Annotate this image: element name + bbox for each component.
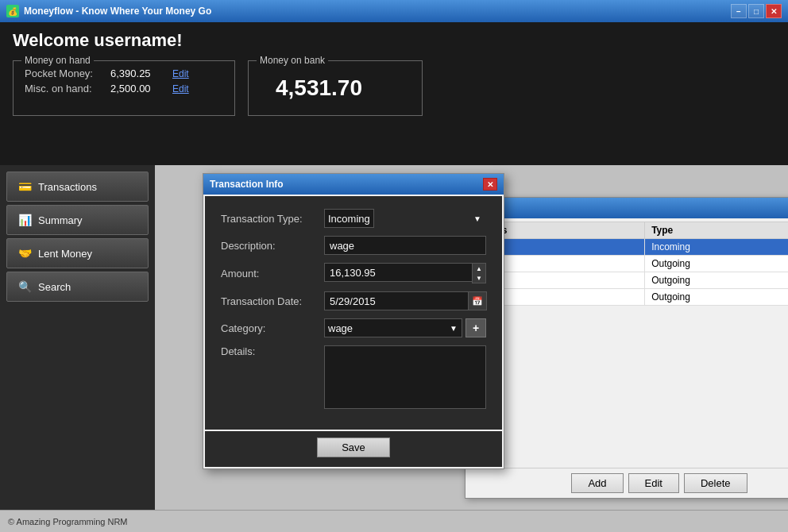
bank-amount: 4,531.70 [260,67,411,109]
transactions-icon: 💳 [18,180,32,193]
misc-on-hand-label: Misc. on hand: [25,83,104,94]
amount-spin-up[interactable]: ▲ [473,264,485,273]
add-category-button[interactable]: + [465,318,486,337]
content-area: 💳 Transactions 📊 Summary 🤝 Lent Money 🔍 … [0,165,788,510]
app-icon: 💰 [6,5,19,17]
pocket-money-edit[interactable]: Edit [172,68,189,79]
transaction-type-row: Transaction Type: Incoming Outgoing ▼ [221,209,486,228]
sidebar-label-transactions: Transactions [38,181,97,193]
category-select[interactable]: wage [324,318,462,337]
save-button[interactable]: Save [317,438,390,457]
transaction-info-dialog: Transaction Info ✕ Transaction Type: Inc… [203,173,504,469]
sidebar: 💳 Transactions 📊 Summary 🤝 Lent Money 🔍 … [0,165,155,510]
status-bar: © Amazing Programming NRM [0,510,788,532]
main-content: − □ ✕ Details Type [155,165,788,510]
amount-spinners: ▲ ▼ [472,263,486,283]
app-title: Moneyflow - Know Where Your Money Go [24,6,211,17]
misc-on-hand-row: Misc. on hand: 2,500.00 Edit [25,83,223,94]
date-wrapper: 📅 [324,291,487,310]
date-input[interactable] [324,291,468,310]
title-bar: 💰 Moneyflow - Know Where Your Money Go −… [0,0,788,22]
money-on-bank-label: Money on bank [257,55,328,66]
transactions-table-container: Details Type Incoming Outgoing [465,218,788,309]
row-type: Outgoing [645,272,788,289]
details-input[interactable] [324,345,486,409]
category-wrapper: wage ▼ + [324,318,486,337]
transaction-type-wrapper: Incoming Outgoing ▼ [324,209,486,228]
dialog-title: Transaction Info [210,179,284,190]
table-row[interactable]: Outgoing [469,272,789,289]
description-label: Description: [221,240,324,252]
sidebar-item-transactions[interactable]: 💳 Transactions [6,172,149,202]
app-header: Welcome username! Money on hand Pocket M… [0,22,788,165]
details-row: Details: [221,345,486,409]
sidebar-label-search: Search [38,281,71,293]
category-label: Category: [221,322,324,334]
amount-wrapper: ▲ ▼ [324,263,486,283]
transaction-type-select[interactable]: Incoming Outgoing [324,209,374,228]
misc-on-hand-value: 2,500.00 [110,83,166,94]
amount-label: Amount: [221,268,324,279]
dialog-footer: Save [205,431,502,467]
pocket-money-row: Pocket Money: 6,390.25 Edit [25,67,223,79]
sidebar-item-summary[interactable]: 📊 Summary [6,205,149,235]
category-row: Category: wage ▼ + [221,318,486,337]
money-on-bank-box: Money on bank 4,531.70 [248,60,423,116]
dialog-title-bar: Transaction Info ✕ [203,174,504,195]
status-text: © Amazing Programming NRM [8,517,128,526]
search-icon: 🔍 [18,280,32,293]
transactions-window-titlebar: − □ ✕ [465,198,788,218]
transactions-window: − □ ✕ Details Type [465,197,788,499]
sidebar-label-summary: Summary [38,214,83,226]
table-row[interactable]: Incoming [469,239,789,256]
col-type: Type [645,222,788,239]
transaction-date-row: Transaction Date: 📅 [221,291,486,310]
sidebar-item-lent-money[interactable]: 🤝 Lent Money [6,238,149,268]
close-button[interactable]: ✕ [766,4,782,18]
amount-input[interactable] [324,263,472,282]
table-row[interactable]: Outgoing [469,289,789,306]
edit-button[interactable]: Edit [628,473,679,493]
description-input[interactable] [324,236,486,255]
minimize-button[interactable]: − [731,4,747,18]
add-button[interactable]: Add [571,473,623,493]
details-label: Details: [221,345,324,357]
summary-icon: 📊 [18,214,32,226]
row-type: Outgoing [645,256,788,272]
money-boxes: Money on hand Pocket Money: 6,390.25 Edi… [13,60,775,116]
money-on-hand-label: Money on hand [21,55,94,66]
lent-money-icon: 🤝 [18,247,32,260]
description-row: Description: [221,236,486,255]
transactions-table: Details Type Incoming Outgoing [469,222,788,306]
misc-on-hand-edit[interactable]: Edit [172,83,189,94]
amount-row: Amount: ▲ ▼ [221,263,486,283]
category-select-wrap: wage ▼ [324,318,462,337]
row-type: Outgoing [645,289,788,306]
sidebar-item-search[interactable]: 🔍 Search [6,272,149,302]
calendar-icon[interactable]: 📅 [468,291,487,310]
pocket-money-label: Pocket Money: [25,67,104,79]
chevron-down-icon: ▼ [473,214,481,223]
table-row[interactable]: Outgoing [469,256,789,272]
money-on-hand-box: Money on hand Pocket Money: 6,390.25 Edi… [13,60,235,116]
row-type: Incoming [645,239,788,256]
dialog-body: Transaction Type: Incoming Outgoing ▼ De… [205,196,502,430]
dialog-close-button[interactable]: ✕ [483,178,497,191]
transaction-date-label: Transaction Date: [221,295,324,307]
transaction-type-label: Transaction Type: [221,213,324,225]
maximize-button[interactable]: □ [748,4,764,18]
delete-button[interactable]: Delete [684,473,747,493]
welcome-text: Welcome username! [13,30,775,51]
window-controls: − □ ✕ [731,4,782,18]
sidebar-label-lent: Lent Money [38,248,92,260]
transactions-footer: Add Edit Delete [465,468,788,498]
pocket-money-value: 6,390.25 [110,67,166,79]
amount-spin-down[interactable]: ▼ [473,273,485,283]
